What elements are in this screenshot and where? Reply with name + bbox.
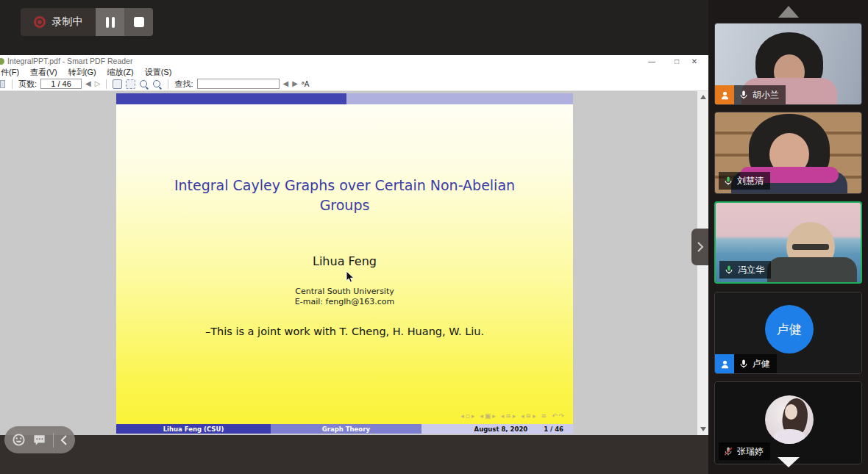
participant-name: 卢健 [753,358,770,370]
toolbar-separator [168,79,168,89]
participant-name: 张瑞婷 [737,445,764,458]
find-previous-icon[interactable]: ◀ [283,80,289,87]
participant-tile-2[interactable]: 刘慧清 [714,112,862,194]
scroll-participants-down-icon[interactable] [778,457,800,467]
previous-page-icon[interactable]: ◀ [85,80,91,87]
host-badge-icon [715,85,734,104]
participant-name: 胡小兰 [753,89,779,101]
pdf-window-title: IntegralPPT.pdf - Smart PDF Reader [7,57,132,65]
slide-footer-right: August 8, 2020 1 / 46 [421,424,573,434]
participant-tile-3-active-speaker[interactable]: 冯立华 [714,201,862,284]
slide-footer-bar: Lihua Feng (CSU) Graph Theory August 8, … [116,424,573,434]
sidebar-collapse-handle[interactable] [691,229,708,265]
slide-author: Lihua Feng [116,254,573,268]
slide-header-left-segment [116,93,346,104]
slide-email: E-mail: fenglh@163.com [116,297,573,306]
silhouette-glasses [792,244,829,250]
participant-name: 刘慧清 [737,175,764,187]
menu-zoom[interactable]: 缩放(Z) [107,67,134,78]
avatar: 卢健 [765,305,814,353]
meeting-app-window: 录制中 IntegralPPT.pdf - Smart PDF Reader —… [0,0,868,474]
silhouette-body [767,257,857,282]
mouse-cursor [346,270,355,284]
app-icon [0,58,4,65]
mic-icon [739,359,749,369]
find-next-icon[interactable]: ▶ [292,80,298,87]
participant-nameplate: 胡小兰 [715,85,786,104]
zoom-in-icon[interactable] [152,79,162,89]
slide-header-bar [116,93,573,104]
recording-controls: 录制中 [21,8,153,36]
pdf-content-area: Integral Cayley Graphs over Certain Non-… [0,91,708,435]
fit-width-icon[interactable] [113,79,122,89]
slide-title-line1: Integral Cayley Graphs over Certain Non-… [116,176,573,195]
fit-page-icon[interactable] [126,79,135,89]
record-icon [34,16,46,28]
mic-active-icon [723,176,733,186]
avatar-face [785,404,797,420]
stop-recording-button[interactable] [124,8,153,36]
next-page-icon[interactable]: ▷ [95,80,101,87]
avatar-dress [774,429,805,444]
participant-name: 冯立华 [738,264,764,276]
avatar-photo [765,395,814,444]
user-badge-icon [715,354,734,373]
close-button[interactable]: ✕ [683,55,705,67]
slide-joint-work: –This is a joint work with T. Cheng, H. … [116,326,573,337]
slide-affiliation: Central South University [116,287,573,296]
chevron-right-icon [696,241,705,253]
participant-nameplate: 冯立华 [719,261,771,279]
zoom-out-icon[interactable] [139,79,149,89]
find-input[interactable] [197,79,280,89]
participant-tile-5[interactable]: 张瑞婷 [714,381,862,464]
find-label: 查找: [174,79,193,90]
page-count-label: 页数: [18,79,37,90]
participant-nameplate: 刘慧清 [719,172,770,190]
pdf-reader-window: IntegralPPT.pdf - Smart PDF Reader — □ ✕… [0,55,708,435]
collapse-pill-icon[interactable] [60,434,68,446]
slide-title-line2: Groups [116,195,573,215]
menu-settings[interactable]: 设置(S) [145,67,172,78]
scroll-participants-up-icon[interactable] [778,6,799,18]
menu-goto[interactable]: 转到(G) [68,67,96,78]
participant-nameplate: 张瑞婷 [719,442,770,460]
slide-footer-page: 1 / 46 [544,425,563,433]
toolbar-separator [12,79,13,89]
stop-icon [134,17,144,27]
slide-title: Integral Cayley Graphs over Certain Non-… [116,176,573,215]
scroll-up-icon[interactable] [700,95,706,99]
emoji-icon[interactable] [12,433,26,447]
pause-recording-button[interactable] [96,8,124,36]
clipped-toolbar-icon[interactable] [0,80,5,88]
pause-icon [106,17,115,28]
slide-header-right-segment [346,93,573,104]
mic-active-icon [724,265,734,275]
pdf-titlebar[interactable]: IntegralPPT.pdf - Smart PDF Reader — □ ✕ [0,55,708,67]
slide-footer-date: August 8, 2020 [474,425,528,433]
menu-file[interactable]: 件(F) [1,67,19,78]
mic-icon [739,90,749,100]
participant-tile-1[interactable]: 胡小兰 [714,23,862,105]
participant-tile-4[interactable]: 卢健 卢健 [714,292,862,374]
mic-muted-icon [723,446,733,456]
page-number-input[interactable] [40,79,82,89]
match-case-icon[interactable]: ªA [302,80,309,88]
recording-indicator: 录制中 [21,8,96,36]
pdf-menubar: 件(F) 查看(V) 转到(G) 缩放(Z) 设置(S) [0,67,708,77]
recording-status-label: 录制中 [52,15,83,29]
scroll-down-icon[interactable] [700,427,706,431]
shared-screen-area: 录制中 IntegralPPT.pdf - Smart PDF Reader —… [0,0,708,474]
chat-icon[interactable] [32,433,46,447]
slide-footer-topic: Graph Theory [271,424,421,434]
toolbar-separator [106,79,107,89]
participant-nameplate: 卢健 [715,354,777,373]
minimize-button[interactable]: — [641,55,663,67]
pdf-toolbar: 页数: ◀ ▷ 查找: ◀ ▶ ªA [0,77,708,91]
participants-sidebar: 胡小兰 刘慧清 [708,0,868,474]
slide-page: Integral Cayley Graphs over Certain Non-… [116,93,573,434]
pill-divider [53,433,54,448]
slide-footer-author: Lihua Feng (CSU) [116,424,271,434]
beamer-navigation-symbols[interactable]: ◂▫▸ ◂▣▸ ◂≡▸ ◂≡▸ ≡ ↶↷ [460,412,566,420]
menu-view[interactable]: 查看(V) [30,67,57,78]
reaction-toolbar [4,426,75,453]
